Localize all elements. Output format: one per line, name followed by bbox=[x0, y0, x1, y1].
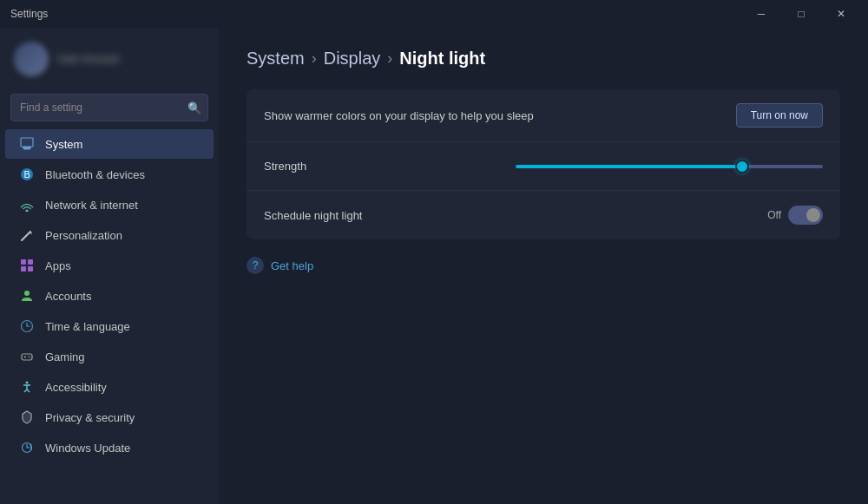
svg-rect-10 bbox=[21, 266, 26, 272]
time-icon bbox=[19, 318, 35, 334]
svg-point-20 bbox=[30, 357, 30, 357]
breadcrumb-sep-2: › bbox=[387, 49, 392, 68]
titlebar-controls: ─ □ ✕ bbox=[741, 0, 861, 28]
sidebar-item-accounts[interactable]: Accounts bbox=[5, 281, 214, 311]
sidebar-item-apps[interactable]: Apps bbox=[5, 251, 214, 280]
privacy-icon bbox=[19, 409, 35, 425]
sidebar-item-label-accounts: Accounts bbox=[45, 290, 91, 303]
svg-point-19 bbox=[28, 356, 29, 357]
sidebar-item-network[interactable]: Network & internet bbox=[5, 190, 214, 219]
sidebar-item-label-apps: Apps bbox=[45, 259, 71, 272]
gaming-icon bbox=[19, 349, 35, 364]
svg-point-12 bbox=[24, 291, 30, 296]
help-label: Get help bbox=[271, 259, 313, 272]
profile-section: User Account bbox=[0, 31, 219, 87]
get-help-link[interactable]: ? Get help bbox=[247, 257, 840, 274]
strength-row: Strength bbox=[247, 142, 840, 191]
accounts-icon bbox=[19, 288, 35, 304]
svg-rect-0 bbox=[21, 138, 33, 147]
sidebar: User Account 🔍 SystemBBluetooth & device… bbox=[0, 28, 219, 504]
svg-rect-11 bbox=[28, 266, 33, 272]
main-content: System › Display › Night light Show warm… bbox=[219, 28, 868, 504]
toggle-thumb bbox=[806, 208, 820, 222]
toggle-label: Off bbox=[767, 209, 781, 221]
strength-slider[interactable] bbox=[516, 165, 823, 168]
sidebar-item-label-network: Network & internet bbox=[45, 199, 138, 212]
help-icon: ? bbox=[247, 257, 264, 274]
sidebar-item-label-gaming: Gaming bbox=[45, 350, 85, 363]
breadcrumb-sep-1: › bbox=[312, 49, 317, 68]
titlebar-left: Settings bbox=[10, 8, 48, 20]
sidebar-item-label-time: Time & language bbox=[45, 320, 130, 333]
svg-rect-8 bbox=[21, 259, 26, 265]
sidebar-item-label-accessibility: Accessibility bbox=[45, 381, 107, 394]
svg-line-25 bbox=[27, 389, 30, 392]
turn-on-now-button[interactable]: Turn on now bbox=[736, 103, 823, 128]
personalization-icon bbox=[19, 227, 35, 243]
strength-slider-container bbox=[516, 165, 823, 168]
sidebar-item-personalization[interactable]: Personalization bbox=[5, 220, 214, 250]
sidebar-item-label-system: System bbox=[45, 138, 82, 151]
sidebar-item-update[interactable]: Windows Update bbox=[5, 433, 214, 462]
schedule-label: Schedule night light bbox=[264, 209, 362, 222]
svg-rect-2 bbox=[23, 147, 31, 148]
warmth-label: Show warmer colors on your display to he… bbox=[264, 109, 534, 122]
minimize-button[interactable]: ─ bbox=[741, 0, 781, 28]
apps-icon bbox=[19, 258, 35, 273]
bluetooth-icon: B bbox=[19, 167, 35, 182]
breadcrumb: System › Display › Night light bbox=[247, 49, 840, 69]
search-input[interactable] bbox=[10, 94, 208, 121]
sidebar-item-label-personalization: Personalization bbox=[45, 229, 122, 242]
avatar bbox=[14, 42, 49, 76]
svg-point-5 bbox=[26, 210, 28, 212]
svg-rect-1 bbox=[23, 148, 30, 150]
app-title: Settings bbox=[10, 8, 48, 20]
close-button[interactable]: ✕ bbox=[821, 0, 861, 28]
breadcrumb-current: Night light bbox=[399, 49, 485, 69]
settings-card: Show warmer colors on your display to he… bbox=[247, 89, 840, 239]
schedule-toggle[interactable] bbox=[788, 206, 823, 225]
app-body: User Account 🔍 SystemBBluetooth & device… bbox=[0, 28, 868, 504]
network-icon bbox=[19, 197, 35, 213]
titlebar: Settings ─ □ ✕ bbox=[0, 0, 868, 28]
warmth-row: Show warmer colors on your display to he… bbox=[247, 89, 840, 142]
search-container: 🔍 bbox=[10, 94, 208, 121]
breadcrumb-system[interactable]: System bbox=[247, 49, 305, 69]
schedule-row: Schedule night light Off bbox=[247, 191, 840, 239]
sidebar-item-accessibility[interactable]: Accessibility bbox=[5, 372, 214, 402]
svg-text:B: B bbox=[24, 169, 30, 180]
svg-point-21 bbox=[26, 382, 29, 384]
nav-list: SystemBBluetooth & devicesNetwork & inte… bbox=[0, 128, 219, 463]
sidebar-item-label-update: Windows Update bbox=[45, 442, 130, 455]
svg-rect-16 bbox=[22, 354, 32, 360]
sidebar-item-time[interactable]: Time & language bbox=[5, 311, 214, 341]
system-icon bbox=[19, 136, 35, 152]
search-icon: 🔍 bbox=[187, 101, 201, 115]
sidebar-item-system[interactable]: System bbox=[5, 129, 214, 159]
profile-name: User Account bbox=[57, 53, 119, 65]
sidebar-item-privacy[interactable]: Privacy & security bbox=[5, 403, 214, 432]
sidebar-item-label-privacy: Privacy & security bbox=[45, 411, 135, 424]
update-icon bbox=[19, 440, 35, 455]
svg-rect-9 bbox=[28, 259, 33, 265]
toggle-container: Off bbox=[767, 206, 823, 225]
sidebar-item-bluetooth[interactable]: BBluetooth & devices bbox=[5, 160, 214, 189]
maximize-button[interactable]: □ bbox=[781, 0, 821, 28]
accessibility-icon bbox=[19, 379, 35, 395]
sidebar-item-label-bluetooth: Bluetooth & devices bbox=[45, 168, 145, 181]
strength-label: Strength bbox=[264, 160, 306, 173]
breadcrumb-display[interactable]: Display bbox=[324, 49, 381, 69]
sidebar-item-gaming[interactable]: Gaming bbox=[5, 342, 214, 371]
svg-line-6 bbox=[22, 232, 30, 240]
